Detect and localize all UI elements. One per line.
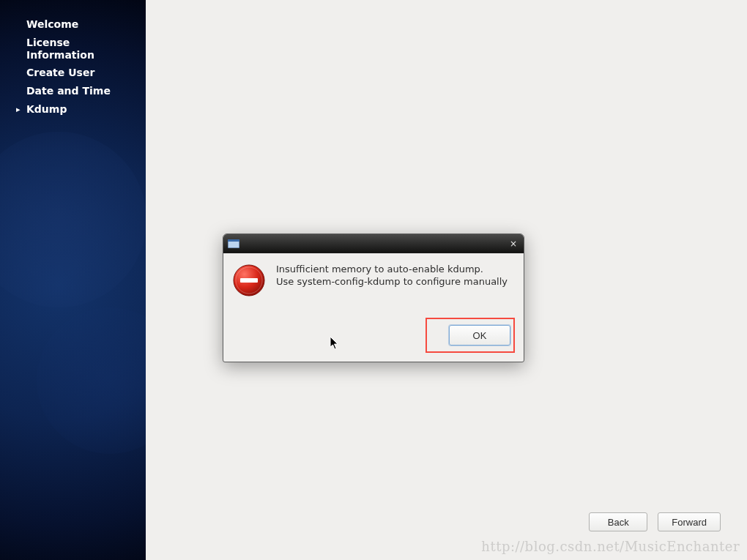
sidebar-item-license[interactable]: License Information bbox=[26, 37, 146, 61]
back-button[interactable]: Back bbox=[589, 512, 647, 531]
dialog-message-line2: Use system-config-kdump to configure man… bbox=[276, 276, 508, 288]
watermark-text: http://blog.csdn.net/MusicEnchanter bbox=[481, 539, 740, 554]
ok-highlight-box: OK bbox=[425, 318, 515, 353]
sidebar: Welcome License Information Create User … bbox=[0, 0, 146, 560]
sidebar-item-kdump[interactable]: Kdump bbox=[26, 103, 146, 116]
svg-rect-4 bbox=[240, 278, 258, 283]
dialog-titlebar[interactable]: × bbox=[223, 234, 524, 253]
close-icon[interactable]: × bbox=[508, 238, 519, 250]
error-dialog: × Insufficient m bbox=[223, 234, 524, 362]
window-icon bbox=[228, 239, 239, 249]
sidebar-item-label: Create User bbox=[26, 67, 94, 79]
error-icon bbox=[232, 264, 266, 297]
dialog-body: Insufficient memory to auto-enable kdump… bbox=[223, 253, 524, 362]
sidebar-item-date-time[interactable]: Date and Time bbox=[26, 85, 146, 97]
dialog-message-line1: Insufficient memory to auto-enable kdump… bbox=[276, 264, 508, 276]
sidebar-items: Welcome License Information Create User … bbox=[0, 0, 146, 116]
sidebar-item-create-user[interactable]: Create User bbox=[26, 67, 146, 79]
button-bar: Back Forward bbox=[589, 512, 721, 531]
forward-button[interactable]: Forward bbox=[658, 512, 721, 531]
sidebar-item-welcome[interactable]: Welcome bbox=[26, 18, 146, 31]
sidebar-item-label: Welcome bbox=[26, 18, 78, 31]
dialog-message-row: Insufficient memory to auto-enable kdump… bbox=[232, 264, 515, 297]
sidebar-item-label: License Information bbox=[26, 37, 129, 61]
sidebar-item-label: Date and Time bbox=[26, 85, 111, 97]
dialog-text: Insufficient memory to auto-enable kdump… bbox=[276, 264, 508, 288]
ok-button[interactable]: OK bbox=[449, 325, 510, 346]
sidebar-item-label: Kdump bbox=[26, 103, 67, 116]
svg-rect-1 bbox=[228, 239, 239, 242]
dialog-button-row: OK bbox=[232, 318, 515, 353]
